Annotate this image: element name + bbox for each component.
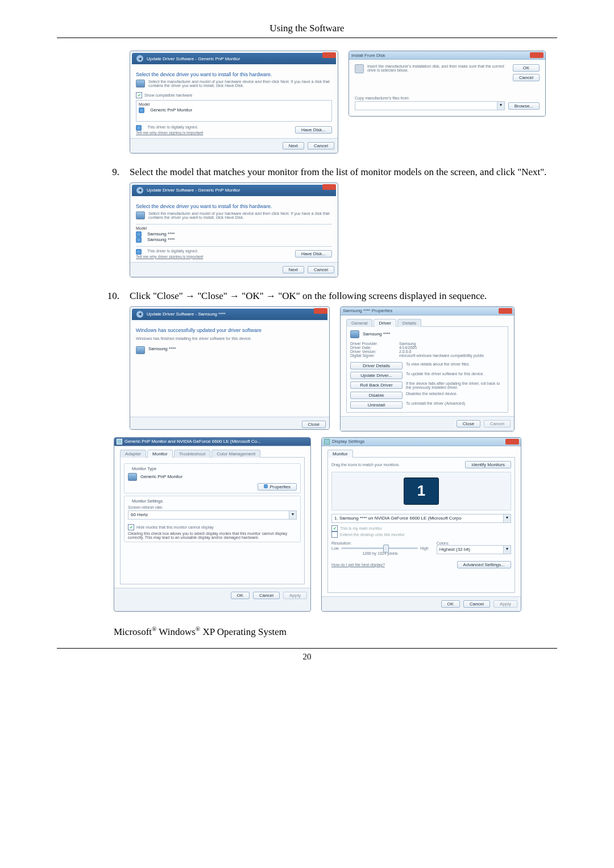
monitor-name: Generic PnP Monitor [140, 474, 182, 479]
dropdown-icon[interactable]: ▾ [497, 101, 505, 110]
tab-troubleshoot[interactable]: Troubleshoot [174, 450, 210, 458]
copy-from-label: Copy manufacturer's files from: [355, 96, 540, 100]
tab-driver[interactable]: Driver [374, 319, 396, 327]
next-button[interactable]: Next [283, 266, 304, 273]
footer-rule [57, 648, 557, 649]
tab-monitor[interactable]: Monitor [327, 450, 353, 458]
shield-icon [136, 249, 142, 255]
close-button[interactable]: Close [302, 421, 326, 428]
hint-text: Select the manufacturer and model of you… [148, 211, 332, 219]
cancel-button[interactable]: Cancel [463, 600, 490, 608]
header-rule [57, 38, 557, 38]
driver-details-button[interactable]: Driver Details [350, 362, 403, 369]
close-button[interactable]: Close [457, 420, 480, 427]
colors-select[interactable]: Highest (32 bit) [437, 545, 504, 554]
step-number: 10. [57, 290, 130, 303]
titlebar: Samsung **** Properties [341, 307, 514, 315]
win-update-driver-2: ◄ Update Driver Software - Generic PnP M… [130, 182, 338, 277]
have-disk-button[interactable]: Have Disk... [295, 126, 332, 134]
monitor-arrangement-area[interactable]: 1 [331, 472, 511, 510]
signed-label: This driver is digitally signed. [147, 249, 198, 253]
app-icon [117, 439, 122, 445]
win-display-settings: Display Settings Monitor Drag the icons … [321, 437, 521, 612]
update-driver-button[interactable]: Update Driver... [350, 372, 403, 379]
tab-general[interactable]: General [346, 319, 372, 327]
model-item[interactable]: Samsung **** [147, 237, 175, 242]
back-icon[interactable]: ◄ [136, 55, 143, 62]
win-update-success: ◄ Update Driver Software - Samsung **** … [130, 306, 330, 430]
apply-button: Apply [283, 592, 307, 599]
hint-text: Insert the manufacturer's installation d… [367, 64, 509, 72]
app-icon [324, 439, 330, 445]
best-display-link[interactable]: How do I get the best display? [331, 563, 385, 567]
tab-adapter[interactable]: Adapter [120, 450, 146, 458]
page-header: Using the Software [57, 23, 557, 34]
properties-button[interactable]: Properties [258, 483, 297, 491]
success-sub: Windows has finished installing the driv… [136, 337, 323, 340]
monitor-icon-1[interactable]: 1 [404, 477, 439, 505]
ok-button[interactable]: OK [441, 600, 460, 608]
hide-modes-checkbox[interactable] [128, 524, 134, 530]
win-generic-pnp-properties: Generic PnP Monitor and NVIDIA GeForce 6… [114, 437, 311, 612]
model-item[interactable]: Generic PnP Monitor [150, 107, 192, 113]
monitor-select[interactable]: 1. Samsung **** on NVIDIA GeForce 6600 L… [331, 514, 504, 523]
disable-button[interactable]: Disable [350, 392, 403, 399]
why-signing-link[interactable]: Tell me why driver signing is important [136, 131, 203, 135]
ok-button[interactable]: OK [513, 64, 540, 72]
uninstall-button[interactable]: Uninstall [350, 401, 403, 409]
hide-modes-desc: Clearing this check box allows you to se… [128, 531, 297, 539]
cancel-button[interactable]: Cancel [513, 74, 540, 81]
cancel-button[interactable]: Cancel [308, 266, 334, 273]
dropdown-icon[interactable]: ▾ [504, 545, 511, 554]
resolution-value: 1280 by 1024 pixels [331, 551, 429, 555]
tab-color-management[interactable]: Color Management [211, 450, 260, 458]
tab-monitor[interactable]: Monitor [147, 450, 173, 458]
dropdown-icon[interactable]: ▾ [289, 510, 297, 520]
shield-icon [264, 484, 268, 488]
close-icon[interactable] [322, 184, 336, 190]
cancel-button[interactable]: Cancel [253, 592, 280, 599]
close-icon[interactable] [505, 439, 519, 445]
breadcrumb: Update Driver Software - Samsung **** [147, 312, 226, 317]
shield-icon [136, 125, 142, 131]
browse-button[interactable]: Browse... [508, 102, 540, 110]
win-samsung-properties: Samsung **** Properties General Driver D… [340, 306, 515, 431]
ok-button[interactable]: OK [231, 592, 250, 599]
tab-details[interactable]: Details [397, 319, 421, 327]
close-icon[interactable] [530, 52, 544, 58]
copy-path-input[interactable] [355, 101, 497, 110]
lbl-date: Driver Date: [350, 346, 396, 350]
resolution-slider[interactable] [341, 547, 418, 549]
model-item[interactable]: Samsung **** [147, 231, 175, 236]
show-compat-checkbox[interactable] [136, 92, 142, 98]
close-icon[interactable] [314, 308, 327, 314]
res-low: Low [331, 546, 339, 550]
lbl-colors: Colors: [437, 541, 511, 545]
refresh-rate-select[interactable]: 60 Hertz [128, 510, 289, 520]
col-model: Model [139, 102, 329, 106]
back-icon[interactable]: ◄ [136, 187, 143, 194]
res-high: High [420, 546, 428, 550]
identify-monitors-button[interactable]: Identify Monitors [465, 461, 511, 468]
dropdown-icon[interactable]: ▾ [504, 514, 511, 523]
monitor-icon [136, 211, 145, 219]
next-button[interactable]: Next [283, 142, 304, 149]
monitor-icon [128, 473, 137, 481]
why-signing-link[interactable]: Tell me why driver signing is important [136, 255, 203, 259]
back-icon: ◄ [136, 311, 143, 318]
advanced-settings-button[interactable]: Advanced Settings... [457, 561, 511, 568]
step-text: Select the model that matches your monit… [130, 166, 557, 179]
lbl-refresh: Screen refresh rate: [128, 505, 297, 509]
close-icon[interactable] [322, 52, 336, 58]
lbl-version: Driver Version: [350, 350, 396, 354]
rollback-driver-button[interactable]: Roll Back Driver [350, 381, 403, 389]
val-signer: microsoft windows hardware compatibility… [399, 354, 484, 358]
titlebar: Install From Disk [349, 51, 545, 60]
monitor-icon [350, 330, 359, 338]
device-name: Samsung **** [363, 331, 390, 337]
cancel-button[interactable]: Cancel [308, 142, 334, 149]
signed-label: This driver is digitally signed. [147, 125, 198, 129]
monitor-icon [136, 80, 145, 88]
have-disk-button[interactable]: Have Disk... [295, 250, 332, 258]
close-icon[interactable] [499, 308, 512, 314]
